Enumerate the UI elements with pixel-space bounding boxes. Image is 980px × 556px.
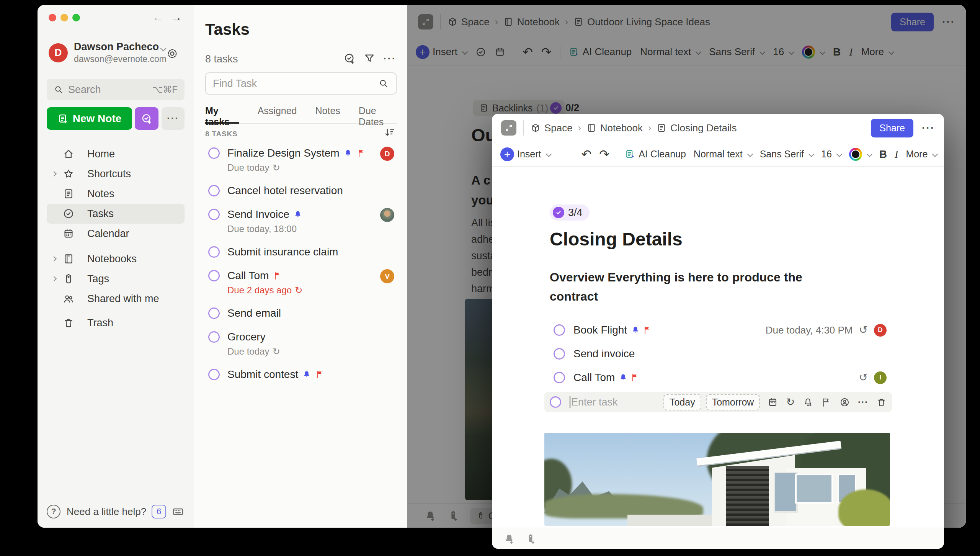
task-checkbox[interactable] xyxy=(208,270,220,281)
task-row[interactable]: Call TomDue 2 days ago↻V xyxy=(205,264,397,301)
new-note-button[interactable]: New Note xyxy=(47,107,132,130)
task-checkbox[interactable] xyxy=(208,331,220,343)
help-icon[interactable]: ? xyxy=(47,505,60,518)
tab-my-tasks[interactable]: My tasks xyxy=(205,105,239,124)
task-checkbox[interactable] xyxy=(550,396,561,408)
chevron-right-icon[interactable] xyxy=(51,256,57,262)
assignee-avatar[interactable]: D xyxy=(874,324,887,337)
history-icon[interactable]: ↺ xyxy=(859,372,868,383)
task-checkbox[interactable] xyxy=(208,307,220,319)
task-checkbox[interactable] xyxy=(208,246,220,258)
assign-person-icon[interactable] xyxy=(840,397,850,407)
history-back-button[interactable]: ← xyxy=(152,10,164,24)
task-checkbox[interactable] xyxy=(554,324,565,336)
task-checkbox[interactable] xyxy=(554,348,565,360)
due-today-button[interactable]: Today xyxy=(663,394,701,410)
task-row[interactable]: Submit contest xyxy=(205,363,397,386)
tab-due-dates[interactable]: Due Dates xyxy=(359,105,397,123)
due-date-icon[interactable] xyxy=(768,397,778,407)
help-badge[interactable]: 6 xyxy=(152,505,166,518)
find-task-input[interactable]: Find Task xyxy=(205,72,397,95)
note-title[interactable]: Closing Details xyxy=(550,229,683,250)
filter-icon[interactable] xyxy=(363,52,376,65)
task-title: Send email xyxy=(227,307,281,319)
sidebar-item-shortcuts[interactable]: Shortcuts xyxy=(47,164,185,184)
sidebar-item-notes[interactable]: Notes xyxy=(47,184,185,204)
expand-icon[interactable] xyxy=(501,120,516,136)
font-size-dropdown[interactable]: 16 xyxy=(821,149,841,160)
task-checkbox[interactable] xyxy=(208,369,220,380)
task-checkbox[interactable] xyxy=(208,185,220,196)
tag-add-icon[interactable] xyxy=(525,533,536,545)
font-family-dropdown[interactable]: Sans Serif xyxy=(760,149,813,160)
breadcrumb-notebook[interactable]: Notebook xyxy=(600,122,643,134)
tab-notes[interactable]: Notes xyxy=(315,105,340,123)
sidebar-item-tags[interactable]: Tags xyxy=(47,269,185,289)
assignee-avatar-photo[interactable] xyxy=(380,208,394,222)
ai-cleanup-button[interactable]: AI Cleanup xyxy=(625,149,686,160)
redo-icon[interactable]: ↷ xyxy=(599,147,609,162)
task-progress-badge: 3/4 xyxy=(550,204,590,221)
assignee-avatar[interactable]: D xyxy=(380,147,394,161)
italic-button[interactable]: I xyxy=(895,148,898,160)
new-task-button[interactable] xyxy=(135,107,158,130)
keyboard-shortcuts-icon[interactable] xyxy=(172,505,185,518)
task-row[interactable]: Send invoice xyxy=(550,342,887,366)
bold-button[interactable]: B xyxy=(879,148,887,160)
due-tomorrow-button[interactable]: Tomorrow xyxy=(706,394,760,410)
undo-icon[interactable]: ↶ xyxy=(581,147,592,162)
task-row[interactable]: Submit insurance claim xyxy=(205,240,397,264)
reminder-add-icon[interactable] xyxy=(803,397,813,407)
sort-icon[interactable] xyxy=(384,127,395,138)
breadcrumb-note-title[interactable]: Closing Details xyxy=(670,122,737,134)
delete-task-icon[interactable] xyxy=(876,397,887,407)
panel-more-icon[interactable]: ··· xyxy=(383,52,396,65)
task-checkbox[interactable] xyxy=(554,372,565,383)
sidebar-item-home[interactable]: Home xyxy=(47,144,185,164)
note-more-icon[interactable]: ··· xyxy=(922,122,935,134)
settings-gear-icon[interactable] xyxy=(166,47,179,60)
search-input[interactable]: Search ⌥⌘F xyxy=(47,79,185,100)
text-color-dropdown[interactable] xyxy=(849,148,872,161)
assignee-avatar[interactable]: I xyxy=(874,371,887,384)
task-row[interactable]: Book FlightDue today, 4:30 PM↺D xyxy=(550,318,887,342)
task-row[interactable]: GroceryDue today↻ xyxy=(205,325,397,363)
add-task-icon[interactable] xyxy=(343,52,356,65)
search-placeholder: Search xyxy=(68,84,152,96)
new-more-button[interactable]: ··· xyxy=(162,107,185,130)
task-row[interactable]: Finalize Design SystemDue today↻D xyxy=(205,141,397,179)
text-style-dropdown[interactable]: Normal text xyxy=(694,149,752,160)
more-dropdown[interactable]: More xyxy=(906,149,937,160)
insert-dropdown[interactable]: +Insert xyxy=(500,147,551,161)
sidebar-item-trash[interactable]: Trash xyxy=(47,313,185,333)
history-forward-button[interactable]: → xyxy=(170,10,182,24)
window-minimize-button[interactable] xyxy=(60,14,68,21)
sidebar-item-tasks[interactable]: Tasks xyxy=(47,204,185,224)
chevron-right-icon[interactable] xyxy=(51,276,57,281)
breadcrumb-space[interactable]: Space xyxy=(544,122,573,134)
sidebar-item-notebooks[interactable]: Notebooks xyxy=(47,249,185,269)
share-button[interactable]: Share xyxy=(871,119,913,137)
account-switcher[interactable]: D Dawson Pacheco dawson@evernote.com xyxy=(49,41,167,64)
tab-assigned[interactable]: Assigned xyxy=(258,105,297,123)
task-row[interactable]: Cancel hotel reservation xyxy=(205,179,397,203)
sidebar-item-shared-with-me[interactable]: Shared with me xyxy=(47,289,185,309)
task-row[interactable]: Call Tom↺I xyxy=(550,366,887,389)
window-close-button[interactable] xyxy=(49,14,56,21)
task-checkbox[interactable] xyxy=(208,209,220,220)
new-task-row[interactable]: Enter task Today Tomorrow ↻ ··· xyxy=(544,392,892,412)
task-row[interactable]: Send email xyxy=(205,301,397,325)
sidebar-item-label: Calendar xyxy=(87,228,129,240)
reminder-add-icon[interactable] xyxy=(503,533,515,545)
chevron-right-icon[interactable] xyxy=(51,171,57,177)
recurrence-icon[interactable]: ↻ xyxy=(786,397,795,407)
window-zoom-button[interactable] xyxy=(72,14,80,21)
task-row[interactable]: Send InvoiceDue today, 18:00 xyxy=(205,203,397,240)
task-checkbox[interactable] xyxy=(208,147,220,159)
sidebar-item-calendar[interactable]: Calendar xyxy=(47,224,185,244)
flag-icon[interactable] xyxy=(821,397,831,407)
task-more-icon[interactable]: ··· xyxy=(858,397,868,407)
assignee-avatar[interactable]: V xyxy=(380,269,394,283)
note-subtitle[interactable]: Overview Everything is here to produce t… xyxy=(550,268,844,306)
history-icon[interactable]: ↺ xyxy=(859,325,868,335)
